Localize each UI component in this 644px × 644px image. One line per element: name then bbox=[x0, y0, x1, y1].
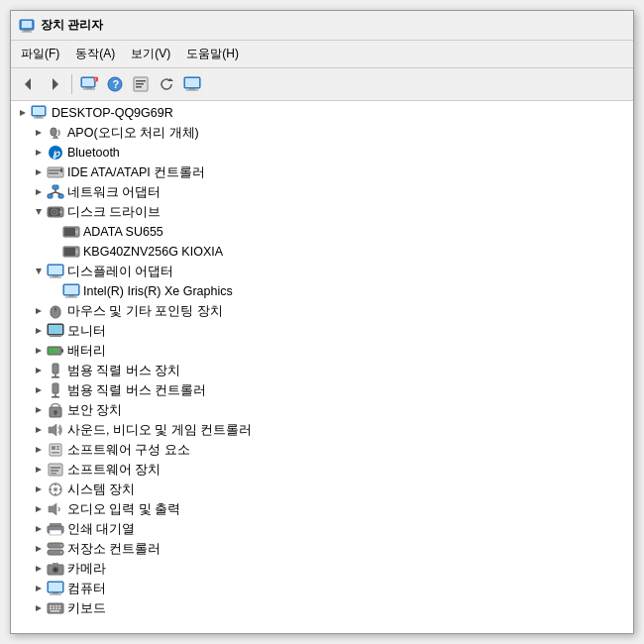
keyboard-icon bbox=[47, 599, 64, 617]
svg-marker-40 bbox=[36, 189, 42, 195]
svg-rect-76 bbox=[50, 336, 61, 337]
usb-controller-expander[interactable] bbox=[31, 382, 47, 398]
svg-marker-101 bbox=[36, 467, 42, 473]
tree-item-camera[interactable]: 카메라 bbox=[11, 559, 633, 579]
root-expander[interactable] bbox=[15, 105, 31, 121]
svg-rect-144 bbox=[58, 608, 60, 610]
svg-rect-133 bbox=[53, 592, 58, 594]
svg-marker-68 bbox=[36, 308, 42, 314]
svg-rect-80 bbox=[61, 349, 63, 353]
svg-rect-110 bbox=[54, 493, 56, 495]
tree-item-printer[interactable]: 인쇄 대기열 bbox=[11, 519, 633, 539]
battery-expander[interactable] bbox=[31, 343, 47, 359]
tree-item-mouse[interactable]: 마우스 및 기타 포인팅 장치 bbox=[11, 301, 633, 321]
svg-rect-26 bbox=[36, 116, 42, 118]
network-label: 네트워크 어댑터 bbox=[67, 184, 161, 201]
tree-item-software-device[interactable]: 소프트웨어 장치 bbox=[11, 460, 633, 480]
svg-rect-31 bbox=[53, 138, 58, 139]
svg-marker-93 bbox=[36, 427, 42, 433]
tree-item-software-component[interactable]: 소프트웨어 구성 요소 bbox=[11, 440, 633, 460]
svg-rect-99 bbox=[56, 449, 59, 451]
svg-rect-119 bbox=[52, 528, 54, 530]
tree-item-adata[interactable]: ADATA SU655 bbox=[11, 222, 633, 242]
audio-io-expander[interactable] bbox=[31, 501, 47, 517]
disk-label: 디스크 드라이브 bbox=[67, 204, 161, 221]
svg-rect-43 bbox=[58, 194, 63, 198]
monitor-expander[interactable] bbox=[31, 323, 47, 339]
network-expander[interactable] bbox=[31, 184, 47, 200]
tree-item-battery[interactable]: 배터리 bbox=[11, 341, 633, 361]
ide-expander[interactable] bbox=[31, 164, 47, 180]
camera-expander[interactable] bbox=[31, 561, 47, 577]
svg-marker-115 bbox=[36, 526, 42, 532]
svg-rect-140 bbox=[58, 605, 60, 607]
apo-expander[interactable] bbox=[31, 125, 47, 141]
usb-device-expander[interactable] bbox=[31, 363, 47, 378]
keyboard-expander[interactable] bbox=[31, 600, 47, 616]
back-button[interactable] bbox=[17, 72, 41, 96]
forward-button[interactable] bbox=[43, 72, 66, 96]
printer-expander[interactable] bbox=[31, 521, 47, 537]
menu-view[interactable]: 보기(V) bbox=[125, 44, 176, 64]
adata-label: ADATA SU655 bbox=[83, 225, 163, 239]
menu-file[interactable]: 파일(F) bbox=[15, 44, 65, 64]
security-expander[interactable] bbox=[31, 402, 47, 418]
tree-item-network[interactable]: 네트워크 어댑터 bbox=[11, 182, 633, 202]
svg-marker-32 bbox=[36, 150, 42, 156]
computer-icon-btn[interactable]: ! bbox=[77, 72, 101, 96]
usb-device-label: 범용 직렬 버스 장치 bbox=[67, 363, 180, 379]
sound-label: 사운드, 비디오 및 게임 컨트롤러 bbox=[67, 422, 252, 439]
bluetooth-icon: ℘ bbox=[47, 144, 64, 161]
svg-rect-141 bbox=[50, 608, 52, 610]
svg-text:!: ! bbox=[95, 77, 96, 82]
tree-item-disk[interactable]: 디스크 드라이브 bbox=[11, 202, 633, 222]
svg-rect-139 bbox=[55, 605, 57, 607]
apo-label: APO(오디오 처리 개체) bbox=[67, 125, 199, 142]
tree-item-monitor[interactable]: 모니터 bbox=[11, 321, 633, 341]
menu-action[interactable]: 동작(A) bbox=[69, 44, 121, 64]
tree-item-kioxia[interactable]: KBG40ZNV256G KIOXIA bbox=[11, 242, 633, 262]
disk-expander[interactable] bbox=[31, 204, 47, 220]
properties-button[interactable] bbox=[129, 72, 153, 96]
menu-help[interactable]: 도움말(H) bbox=[180, 44, 245, 64]
svg-rect-134 bbox=[50, 594, 61, 595]
svg-rect-100 bbox=[52, 452, 59, 454]
sound-expander[interactable] bbox=[31, 422, 47, 438]
svg-rect-143 bbox=[55, 608, 57, 610]
tree-root[interactable]: DESKTOP-QQ9G69R bbox=[11, 103, 633, 123]
bluetooth-expander[interactable] bbox=[31, 145, 47, 161]
mouse-expander[interactable] bbox=[31, 303, 47, 319]
tree-item-usb-controller[interactable]: 범용 직렬 버스 컨트롤러 bbox=[11, 380, 633, 400]
system-expander[interactable] bbox=[31, 482, 47, 497]
tree-item-security[interactable]: 보안 장치 bbox=[11, 400, 633, 420]
tree-item-intel-gpu[interactable]: Intel(R) Iris(R) Xe Graphics bbox=[11, 281, 633, 301]
tree-item-sound[interactable]: 사운드, 비디오 및 게임 컨트롤러 bbox=[11, 420, 633, 440]
svg-rect-129 bbox=[53, 563, 58, 566]
svg-rect-103 bbox=[51, 467, 60, 469]
storage-label: 저장소 컨트롤러 bbox=[67, 541, 161, 558]
screen-button[interactable] bbox=[180, 72, 204, 96]
tree-item-computer[interactable]: 컴퓨터 bbox=[11, 579, 633, 598]
software-device-expander[interactable] bbox=[31, 462, 47, 478]
tree-item-keyboard[interactable]: 키보드 bbox=[11, 598, 633, 618]
svg-marker-72 bbox=[36, 328, 42, 334]
display-expander[interactable] bbox=[31, 264, 47, 279]
svg-text:℘: ℘ bbox=[53, 147, 60, 160]
tree-item-bluetooth[interactable]: ℘ Bluetooth bbox=[11, 143, 633, 162]
tree-item-storage[interactable]: 저장소 컨트롤러 bbox=[11, 539, 633, 559]
printer-icon bbox=[47, 520, 64, 538]
svg-rect-79 bbox=[49, 348, 57, 354]
help-button[interactable]: ? bbox=[103, 72, 127, 96]
tree-item-display[interactable]: 디스플레이 어댑터 bbox=[11, 262, 633, 281]
tree-item-usb-device[interactable]: 범용 직렬 버스 장치 bbox=[11, 361, 633, 380]
ide-icon bbox=[47, 163, 64, 181]
toolbar-separator-1 bbox=[71, 74, 72, 94]
tree-item-system[interactable]: 시스템 장치 bbox=[11, 480, 633, 499]
refresh-button[interactable] bbox=[155, 72, 178, 96]
storage-expander[interactable] bbox=[31, 541, 47, 557]
tree-item-ide[interactable]: IDE ATA/ATAPI 컨트롤러 bbox=[11, 162, 633, 182]
computer-expander[interactable] bbox=[31, 581, 47, 596]
tree-item-audio-io[interactable]: 오디오 입력 및 출력 bbox=[11, 499, 633, 519]
software-component-expander[interactable] bbox=[31, 442, 47, 458]
tree-item-apo[interactable]: APO(오디오 처리 개체) bbox=[11, 123, 633, 143]
